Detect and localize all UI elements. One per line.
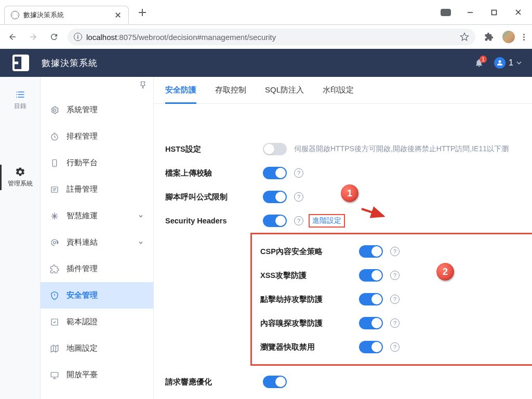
row-clickjack: 點擊劫持攻擊防護 ? [260,287,532,311]
user-count: 1 [509,58,513,68]
sidebar-item-register[interactable]: 註冊管理 [41,176,153,203]
sidebar-item-map[interactable]: 地圖設定 [41,335,153,362]
desc-hsts: 伺服器開啟HTTPS後方可開啟,開啟後將禁止HTTP訪問,IE11以下瀏 [294,144,509,154]
tab-sql-injection[interactable]: SQL防注入 [265,77,304,103]
sidebar-label: 智慧維運 [66,211,98,221]
extensions-button[interactable] [482,30,496,44]
back-button[interactable] [5,30,20,44]
chevron-down-icon [138,240,144,246]
row-upload: 檔案上傳校驗 ? [154,161,532,185]
row-security-headers: Security Headers ? 進階設定 [154,209,532,233]
sidebar-item-system[interactable]: 系統管理 [41,97,153,123]
sidebar-menu: 系統管理 排程管理 行動平台 註冊管理 智慧維運 資料連結 插件管理 安全管理 … [41,81,153,388]
minimize-button[interactable] [458,5,482,20]
pin-icon[interactable] [139,81,147,89]
sidebar-label: 行動平台 [66,158,98,168]
app-logo [12,55,29,71]
sidebar-item-datalink[interactable]: 資料連結 [41,229,153,256]
label-xss: XSS攻擊防護 [260,271,359,281]
sidebar-item-schedule[interactable]: 排程管理 [41,123,153,150]
sidebar-item-openplatform[interactable]: 開放平臺 [41,362,153,388]
svg-rect-11 [51,372,58,377]
notification-badge: 1 [480,56,487,63]
content-tabs: 安全防護 存取控制 SQL防注入 水印設定 [154,77,532,104]
link-advanced-settings[interactable]: 進階設定 [309,214,345,228]
rail-item-catalog[interactable]: 目錄 [0,84,40,116]
label-upload: 檔案上傳校驗 [165,168,263,178]
close-icon[interactable] [114,11,122,19]
close-window-button[interactable] [506,5,530,20]
row-sniff: 內容嗅探攻擊防護 ? [260,311,532,335]
sidebar-item-plugins[interactable]: 插件管理 [41,256,153,282]
label-hsts: HSTS設定 [165,144,263,154]
sidebar-label: 安全管理 [66,290,98,300]
annotation-badge-2: 2 [436,263,454,281]
tab-watermark[interactable]: 水印設定 [323,77,354,103]
profile-avatar[interactable] [502,31,515,43]
sidebar-label: 系統管理 [66,105,98,115]
sidebar-item-mobile[interactable]: 行動平台 [41,150,153,176]
svg-point-9 [54,241,56,244]
tab-strip: 數據決策系統 [0,0,150,24]
toggle-cache[interactable] [359,341,383,353]
maximize-button[interactable] [482,5,506,20]
chevron-down-icon [138,213,144,219]
help-icon[interactable]: ? [390,247,400,256]
user-avatar-icon [494,57,506,69]
sidebar-item-security[interactable]: 安全管理 [41,282,153,309]
app-header: 數據決策系統 1 1 [0,49,532,77]
forward-button[interactable] [26,30,41,44]
globe-icon [11,11,19,19]
annotation-arrow-icon [360,206,391,221]
help-icon[interactable]: ? [390,295,400,304]
help-icon[interactable]: ? [294,216,303,225]
toggle-xss[interactable] [359,269,383,282]
new-tab-button[interactable] [135,5,150,20]
security-headers-subpanel: CSP內容安全策略 ? XSS攻擊防護 ? 點擊劫持攻擊防護 ? 內容嗅探攻擊防… [250,233,532,366]
sidebar: 系統管理 排程管理 行動平台 註冊管理 智慧維運 資料連結 插件管理 安全管理 … [41,77,154,399]
sidebar-item-template[interactable]: 範本認證 [41,309,153,335]
site-info-icon[interactable]: i [74,33,82,41]
toggle-hsts[interactable] [263,143,287,155]
toggle-resp-opt[interactable] [263,376,287,388]
label-sniff: 內容嗅探攻擊防護 [260,318,359,328]
notifications-button[interactable]: 1 [474,58,484,68]
tab-access-control[interactable]: 存取控制 [215,77,246,103]
help-icon[interactable]: ? [390,318,400,328]
sidebar-label: 排程管理 [66,131,98,141]
bookmark-icon[interactable] [460,32,469,42]
address-bar[interactable]: i localhost:8075/webroot/decision#manage… [68,29,475,45]
content-area: 安全防護 存取控制 SQL防注入 水印設定 HSTS設定 伺服器開啟HTTPS後… [154,77,532,399]
row-cache: 瀏覽器快取禁用 ? [260,335,532,359]
row-response-opt: 請求響應優化 [154,370,532,394]
sidebar-item-intelliops[interactable]: 智慧維運 [41,203,153,229]
toggle-sniff[interactable] [359,317,383,329]
sidebar-label: 開放平臺 [66,370,98,380]
browser-tab[interactable]: 數據決策系統 [4,6,129,24]
url-text: localhost:8075/webroot/decision#manageme… [86,33,276,42]
label-sec-headers: Security Headers [165,217,263,225]
app-title: 數據決策系統 [42,57,98,69]
help-icon[interactable]: ? [294,192,303,202]
window-controls [441,5,532,20]
help-icon[interactable]: ? [294,168,303,178]
window-titlebar: 數據決策系統 [0,0,532,25]
browser-menu-button[interactable] [521,32,527,43]
label-click: 點擊劫持攻擊防護 [260,295,359,304]
toggle-sec-headers[interactable] [263,215,287,227]
toggle-upload[interactable] [263,167,287,179]
rail-item-management[interactable]: 管理系統 [0,162,40,193]
svg-rect-1 [492,10,497,15]
help-icon[interactable]: ? [390,271,400,280]
label-cache: 瀏覽器快取禁用 [260,342,359,352]
user-menu[interactable]: 1 [494,57,522,69]
help-icon[interactable]: ? [390,342,400,352]
incognito-icon [441,9,451,16]
row-xss: XSS攻擊防護 ? [260,263,532,287]
reload-button[interactable] [47,30,61,44]
toggle-script[interactable] [263,191,287,203]
tab-security-protection[interactable]: 安全防護 [165,77,196,103]
toggle-click[interactable] [359,293,383,305]
toggle-csp[interactable] [359,245,383,258]
label-csp: CSP內容安全策略 [260,247,359,257]
